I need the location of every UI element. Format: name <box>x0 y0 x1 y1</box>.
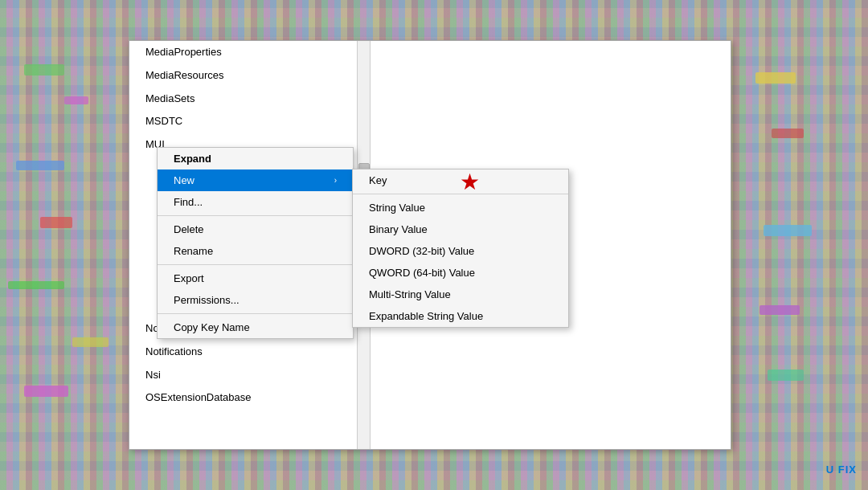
submenu-arrow-icon: › <box>334 176 337 185</box>
submenu-item-string-value[interactable]: String Value <box>353 197 568 218</box>
pixel-decoration <box>40 217 72 228</box>
tree-item-media-properties[interactable]: MediaProperties <box>129 41 370 64</box>
pixel-decoration <box>64 96 88 104</box>
submenu-item-expandable-string-value[interactable]: Expandable String Value <box>353 305 568 327</box>
tree-item-media-resources[interactable]: MediaResources <box>129 64 370 88</box>
menu-item-new[interactable]: New › <box>158 169 353 191</box>
tree-item-nsi[interactable]: Nsi <box>129 364 370 387</box>
tree-item-media-sets[interactable]: MediaSets <box>129 88 370 111</box>
pixel-decoration <box>772 129 804 138</box>
red-star-annotation: ★ <box>460 169 480 195</box>
submenu-item-dword-value[interactable]: DWORD (32-bit) Value <box>353 240 568 262</box>
watermark-text: U FIX <box>826 463 857 476</box>
pixel-decoration <box>24 386 68 397</box>
pixel-decoration <box>768 370 804 381</box>
context-menu-left: Expand New › Find... Delete Rename Expor… <box>157 147 354 339</box>
pixel-decoration <box>16 161 64 170</box>
tree-item-notifications[interactable]: Notifications <box>129 341 370 364</box>
submenu-item-qword-value[interactable]: QWORD (64-bit) Value <box>353 262 568 284</box>
menu-divider-1 <box>158 215 353 216</box>
tree-item-msdtc[interactable]: MSDTC <box>129 110 370 133</box>
pixel-decoration <box>24 64 64 76</box>
menu-item-export[interactable]: Export <box>158 267 353 289</box>
menu-item-rename[interactable]: Rename <box>158 240 353 262</box>
menu-item-copy-key-name[interactable]: Copy Key Name <box>158 316 353 338</box>
menu-item-expand[interactable]: Expand <box>158 148 353 169</box>
menu-divider-3 <box>158 313 353 314</box>
submenu-item-binary-value[interactable]: Binary Value <box>353 218 568 240</box>
pixel-decoration <box>755 72 796 84</box>
menu-divider-2 <box>158 264 353 265</box>
menu-item-find[interactable]: Find... <box>158 191 353 213</box>
submenu-item-multi-string-value[interactable]: Multi-String Value <box>353 284 568 305</box>
tree-item-os-extension-database[interactable]: OSExtensionDatabase <box>129 386 370 410</box>
menu-item-permissions[interactable]: Permissions... <box>158 289 353 311</box>
pixel-decoration <box>72 337 108 347</box>
pixel-decoration <box>8 281 64 289</box>
menu-item-delete[interactable]: Delete <box>158 218 353 240</box>
pixel-decoration <box>764 225 812 236</box>
pixel-decoration <box>760 305 800 315</box>
